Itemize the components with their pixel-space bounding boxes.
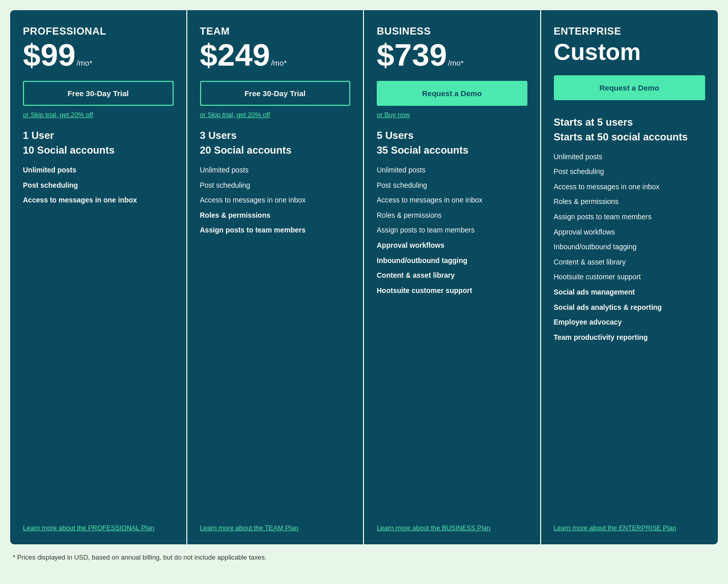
feature-item: Access to messages in one inbox (200, 195, 351, 206)
users-label-business: 5 Users (377, 130, 527, 141)
feature-item: Assign posts to team members (377, 225, 527, 236)
plan-card-business: BUSINESS$739/mo*Request a Demoor Buy now… (364, 10, 541, 544)
plan-name-team: TEAM (200, 25, 351, 37)
feature-item: Roles & permissions (377, 211, 527, 221)
feature-item: Content & asset library (554, 257, 706, 268)
learn-more-professional[interactable]: Learn more about the PROFESSIONAL Plan (23, 514, 174, 532)
accounts-label-business: 35 Social accounts (377, 144, 527, 156)
feature-item: Hootsuite customer support (377, 286, 527, 296)
feature-item: Post scheduling (23, 181, 174, 191)
feature-list-professional: Unlimited postsPost schedulingAccess to … (23, 165, 174, 514)
learn-more-enterprise[interactable]: Learn more about the ENTERPRISE Plan (554, 514, 706, 532)
feature-item: Roles & permissions (200, 211, 351, 221)
price-suffix-team: /mo* (271, 59, 287, 67)
cta-button-business[interactable]: Request a Demo (377, 81, 527, 106)
feature-list-enterprise: Unlimited postsPost schedulingAccess to … (554, 152, 706, 514)
price-amount-business: $739 (377, 39, 447, 71)
feature-item: Assign posts to team members (554, 212, 706, 222)
feature-item: Approval workflows (554, 227, 706, 238)
price-row-team: $249/mo* (200, 39, 351, 71)
feature-item: Employee advocacy (554, 317, 706, 328)
feature-item: Unlimited posts (377, 165, 527, 176)
feature-item: Post scheduling (377, 181, 527, 191)
feature-item: Unlimited posts (23, 165, 174, 176)
feature-item: Hootsuite customer support (554, 272, 706, 282)
plan-card-professional: PROFESSIONAL$99/mo*Free 30-Day Trialor S… (10, 10, 187, 544)
plan-name-enterprise: ENTERPRISE (554, 25, 706, 37)
plan-card-enterprise: ENTERPRISECustomRequest a DemoStarts at … (541, 10, 718, 544)
feature-item: Content & asset library (377, 271, 527, 281)
plan-name-professional: PROFESSIONAL (23, 25, 174, 37)
users-label-team: 3 Users (200, 130, 351, 141)
accounts-label-enterprise: Starts at 50 social accounts (554, 131, 706, 143)
learn-more-team[interactable]: Learn more about the TEAM Plan (200, 514, 351, 532)
feature-item: Social ads analytics & reporting (554, 303, 706, 313)
pricing-grid: PROFESSIONAL$99/mo*Free 30-Day Trialor S… (10, 10, 718, 544)
price-suffix-business: /mo* (448, 59, 464, 67)
plan-name-business: BUSINESS (377, 25, 527, 37)
feature-item: Team productivity reporting (554, 333, 706, 343)
feature-item: Assign posts to team members (200, 225, 351, 236)
feature-item: Roles & permissions (554, 197, 706, 207)
skip-link-professional[interactable]: or Skip trial, get 20% off (23, 111, 174, 119)
price-amount-team: $249 (200, 39, 270, 71)
price-suffix-professional: /mo* (76, 59, 92, 67)
cta-button-enterprise[interactable]: Request a Demo (554, 75, 706, 100)
users-label-enterprise: Starts at 5 users (554, 116, 706, 128)
feature-item: Access to messages in one inbox (23, 195, 174, 206)
feature-item: Social ads management (554, 287, 706, 298)
feature-list-team: Unlimited postsPost schedulingAccess to … (200, 165, 351, 514)
feature-item: Inbound/outbound tagging (554, 242, 706, 252)
accounts-label-team: 20 Social accounts (200, 144, 351, 156)
accounts-label-professional: 10 Social accounts (23, 144, 174, 156)
plan-price-enterprise: Custom (554, 39, 706, 65)
feature-list-business: Unlimited postsPost schedulingAccess to … (377, 165, 527, 514)
price-row-business: $739/mo* (377, 39, 527, 71)
skip-link-business[interactable]: or Buy now (377, 111, 527, 119)
price-amount-professional: $99 (23, 39, 75, 71)
cta-button-team[interactable]: Free 30-Day Trial (200, 81, 351, 106)
users-label-professional: 1 User (23, 130, 174, 141)
feature-item: Post scheduling (554, 167, 706, 177)
feature-item: Inbound/outbound tagging (377, 256, 527, 266)
cta-button-professional[interactable]: Free 30-Day Trial (23, 81, 174, 106)
feature-item: Unlimited posts (200, 165, 351, 176)
footnote: * Prices displayed in USD, based on annu… (10, 553, 718, 561)
feature-item: Approval workflows (377, 241, 527, 251)
feature-item: Access to messages in one inbox (554, 182, 706, 192)
price-row-professional: $99/mo* (23, 39, 174, 71)
learn-more-business[interactable]: Learn more about the BUSINESS Plan (377, 514, 527, 532)
plan-card-team: TEAM$249/mo*Free 30-Day Trialor Skip tri… (187, 10, 365, 544)
feature-item: Post scheduling (200, 181, 351, 191)
feature-item: Access to messages in one inbox (377, 195, 527, 206)
skip-link-team[interactable]: or Skip trial, get 20% off (200, 111, 351, 119)
feature-item: Unlimited posts (554, 152, 706, 162)
